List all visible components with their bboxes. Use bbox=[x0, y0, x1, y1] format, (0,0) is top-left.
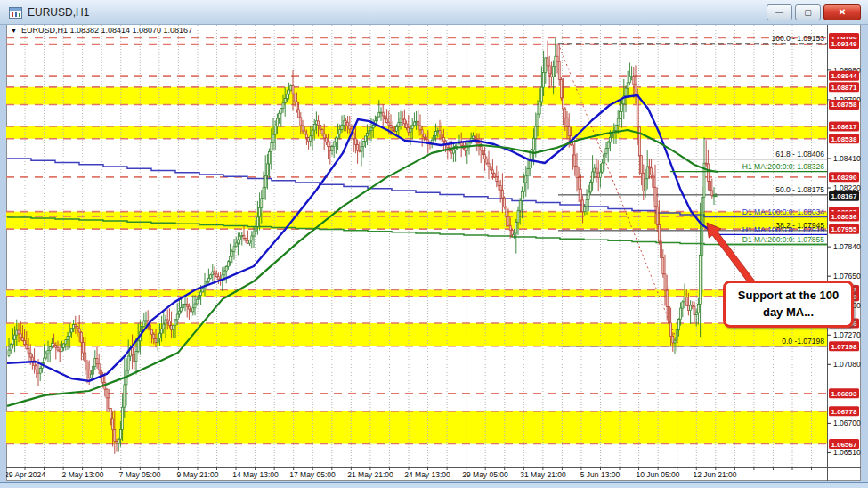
minimize-button[interactable]: — bbox=[767, 4, 792, 20]
time-axis: 29 Apr 20242 May 13:007 May 05:009 May 2… bbox=[4, 468, 861, 480]
price-axis-label: 1.07650 bbox=[833, 272, 861, 281]
time-axis-label: 29 Apr 2024 bbox=[4, 470, 45, 479]
time-axis-label: 2 May 13:00 bbox=[62, 470, 104, 479]
window-frame-right bbox=[861, 24, 868, 488]
price-axis-label: 1.08220 bbox=[833, 183, 861, 192]
ma-line-h1ma200 bbox=[7, 130, 718, 406]
price-axis-label: 1.08410 bbox=[833, 154, 861, 163]
time-axis-label: 31 May 21:00 bbox=[520, 470, 566, 479]
ma-value-label-d1ma200: D1 MA:200:0:0: 1.07855 bbox=[742, 235, 824, 244]
window-frame-left bbox=[0, 24, 6, 488]
time-axis-label: 21 May 21:00 bbox=[347, 470, 393, 479]
ma-value-label-h1ma200: H1 MA:200:0:0: 1.08326 bbox=[742, 162, 824, 171]
plot-area: H1 MA:100:0:0: 1.07919H1 MA:200:0:0: 1.0… bbox=[6, 25, 827, 467]
annotation-box[interactable]: Support at the 100 day MA... bbox=[723, 281, 854, 328]
close-button[interactable]: ✕ bbox=[823, 4, 861, 20]
price-badge-value: 1.08617 bbox=[831, 123, 857, 131]
time-axis-label: 12 Jun 21:00 bbox=[693, 470, 736, 479]
ohlc-values: EURUSD,H1 1.08382 1.08414 1.08070 1.0816… bbox=[21, 26, 192, 35]
price-axis-label: 1.07840 bbox=[833, 242, 861, 251]
price-axis: 1.089801.087901.084101.082201.078401.076… bbox=[827, 24, 861, 481]
price-chart-canvas[interactable]: H1 MA:100:0:0: 1.07919H1 MA:200:0:0: 1.0… bbox=[0, 0, 868, 488]
price-axis-label: 1.07270 bbox=[833, 330, 861, 339]
close-icon: ✕ bbox=[839, 8, 846, 17]
time-axis-label: 10 Jun 05:00 bbox=[636, 470, 679, 479]
ma-value-label-d1ma100: D1 MA:100:0:0: 1.08034 bbox=[742, 207, 824, 216]
price-badge-value: 1.09149 bbox=[831, 40, 857, 48]
time-axis-label: 9 May 21:00 bbox=[177, 470, 219, 479]
chart-window: EURUSD,H1 — ▢ ✕ H1 MA:100:0:0: 1.07919H1… bbox=[0, 0, 868, 488]
price-badge-value: 1.07955 bbox=[831, 225, 857, 233]
time-axis-label: 7 May 05:00 bbox=[119, 470, 161, 479]
price-axis-label: 1.07080 bbox=[833, 360, 861, 369]
ohlc-readout: ▼EURUSD,H1 1.08382 1.08414 1.08070 1.081… bbox=[11, 26, 192, 35]
time-axis-label: 17 May 05:00 bbox=[289, 470, 336, 479]
time-axis-label: 5 Jun 13:00 bbox=[580, 470, 621, 479]
price-badge-value: 1.06893 bbox=[831, 390, 857, 398]
price-badge-value: 1.08290 bbox=[831, 174, 857, 182]
price-axis-label: 1.06510 bbox=[833, 448, 861, 457]
annotation-line-2: day MA... bbox=[763, 305, 814, 321]
fib-label-38.2: 38.2 - 1.07945 bbox=[775, 221, 824, 230]
minimize-icon: — bbox=[775, 9, 783, 17]
price-badge-value: 1.08944 bbox=[831, 72, 857, 80]
window-frame-bottom bbox=[0, 482, 868, 488]
window-title: EURUSD,H1 bbox=[28, 6, 89, 19]
time-axis-label: 24 May 13:00 bbox=[404, 470, 450, 479]
fib-label-0.0: 0.0 -1.07198 bbox=[782, 337, 824, 346]
price-badge-value: 1.08167 bbox=[831, 192, 857, 200]
time-axis-label: 29 May 05:00 bbox=[462, 470, 508, 479]
restore-button[interactable]: ▢ bbox=[795, 4, 821, 20]
price-badge-value: 1.07198 bbox=[831, 343, 857, 351]
time-axis-label: 14 May 13:00 bbox=[232, 470, 279, 479]
price-badge-value: 1.06778 bbox=[831, 408, 857, 416]
fib-label-61.8: 61.8 - 1.08406 bbox=[775, 150, 824, 159]
price-badge-value: 1.06567 bbox=[831, 441, 857, 449]
price-badge-value: 1.08036 bbox=[831, 213, 857, 221]
restore-icon: ▢ bbox=[804, 9, 812, 17]
price-badge-value: 1.08538 bbox=[831, 135, 857, 143]
fib-label-50.0: 50.0 - 1.08175 bbox=[775, 185, 824, 194]
chart-window-icon bbox=[9, 6, 22, 18]
fib-label-100.0: 100.0 - 1.09153 bbox=[771, 34, 824, 43]
price-axis-label: 1.06700 bbox=[833, 419, 861, 427]
ohlc-toggle-icon[interactable]: ▼ bbox=[11, 28, 17, 34]
title-bar[interactable]: EURUSD,H1 — ▢ ✕ bbox=[0, 0, 868, 25]
price-badge-value: 1.08871 bbox=[831, 84, 857, 92]
price-badge-value: 1.08758 bbox=[831, 101, 857, 109]
annotation-line-1: Support at the 100 bbox=[738, 288, 839, 304]
